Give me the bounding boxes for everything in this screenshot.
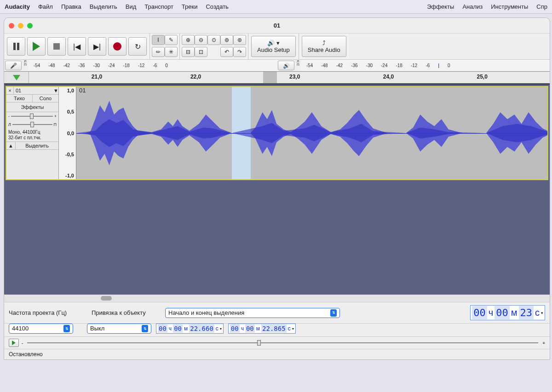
mic-icon: 🎤	[10, 62, 17, 69]
silence-button[interactable]: ⊡	[195, 47, 207, 57]
meter-tick: -12	[138, 63, 144, 68]
audio-setup-label: Audio Setup	[257, 46, 290, 53]
meter-tick: -30	[366, 63, 373, 68]
recording-meter-mic-button[interactable]: 🎤	[5, 61, 22, 70]
solo-button[interactable]: Соло	[33, 95, 58, 102]
menu-tracks[interactable]: Треки	[182, 3, 198, 10]
timeline-head[interactable]	[4, 72, 29, 83]
gain-slider[interactable]: - +	[6, 112, 58, 120]
track-01: × 01 ▼ Тихо Соло Эффекты - + Л	[6, 86, 548, 180]
draw-tool[interactable]: ✏	[152, 47, 165, 57]
vruler-tick: 0,0	[67, 131, 74, 136]
menu-select[interactable]: Выделить	[90, 3, 117, 10]
meter-tick: -24	[108, 63, 115, 68]
share-toolbar: ⤴ Share Audio	[299, 34, 349, 59]
selection-mode-label: Начало и конец выделения	[168, 309, 244, 317]
play-at-speed-button[interactable]	[9, 339, 19, 347]
menu-file[interactable]: Файл	[38, 3, 53, 10]
trim-button[interactable]: ⊟	[182, 47, 195, 57]
multi-tool[interactable]: ✳	[165, 47, 178, 57]
undo-button[interactable]: ↶	[220, 47, 233, 57]
track-name-dropdown[interactable]: 01 ▼	[14, 87, 58, 94]
vertical-ruler[interactable]: 1,0 0,5 0,0 -0,5 -1,0	[59, 87, 76, 179]
horizontal-scrollbar[interactable]	[4, 295, 550, 302]
fit-project-button[interactable]: ⊚	[220, 35, 233, 45]
pause-button[interactable]	[7, 37, 25, 56]
timeline-ruler[interactable]: 21,0 22,0 23,0 24,0 25,0 26,0	[29, 72, 550, 83]
pan-slider[interactable]: Л П	[6, 120, 58, 129]
menu-effects[interactable]: Эффекты	[427, 3, 454, 10]
recording-meter-row: 🎤 ЛП -54 -48 -42 -36 -30 -24 -18 -12 -6 …	[4, 59, 550, 71]
playback-meter[interactable]: -54 -48 -42 -36 -30 -24 -18 -12 -6 | 0	[301, 60, 550, 71]
redo-button[interactable]: ↷	[233, 47, 246, 57]
playback-meter-speaker-button[interactable]: 🔊	[278, 61, 294, 70]
skip-end-button[interactable]: ▶|	[88, 37, 106, 56]
selection-end-timecode[interactable]: 00ч 00м 22.865с▾	[228, 324, 296, 334]
project-rate-label: Частота проекта (Гц)	[9, 309, 87, 316]
track-close-button[interactable]: ×	[6, 87, 14, 94]
clip-title[interactable]: 01	[79, 87, 86, 94]
zoom-out-button[interactable]: ⊖	[195, 35, 207, 45]
menu-edit[interactable]: Правка	[61, 3, 81, 10]
setup-toolbar: 🔊 ▾ Audio Setup	[248, 34, 299, 59]
menu-view[interactable]: Вид	[126, 3, 137, 10]
menu-analyze[interactable]: Анализ	[462, 3, 483, 10]
status-bar: Остановлено	[4, 349, 550, 359]
speaker-icon: 🔊 ▾	[267, 40, 280, 46]
meter-tick: -42	[63, 63, 70, 68]
play-speed-slider[interactable]	[27, 342, 538, 343]
selection-tool[interactable]: I	[152, 35, 165, 45]
track-format-info: Моно, 44100Гц 32-бит с пл.тчк.	[6, 129, 58, 142]
menu-app[interactable]: Audacity	[5, 3, 30, 10]
selection-start-timecode[interactable]: 00ч 00м 22.660с▾	[156, 324, 224, 334]
play-button[interactable]	[27, 37, 46, 56]
menu-transport[interactable]: Транспорт	[144, 3, 173, 10]
tracks-area[interactable]: × 01 ▼ Тихо Соло Эффекты - + Л	[4, 84, 550, 302]
titlebar[interactable]: 01	[4, 18, 550, 34]
meter-tick: -36	[78, 63, 85, 68]
zoom-toggle-button[interactable]: ⊛	[233, 35, 246, 45]
scrollbar-thumb[interactable]	[101, 296, 112, 301]
meter-tick: 0	[448, 63, 450, 68]
project-rate-dropdown[interactable]: 44100 ⇅	[9, 324, 73, 334]
vruler-tick: 1,0	[67, 88, 74, 93]
meter-tick: -54	[34, 63, 40, 68]
loop-button[interactable]: ↻	[128, 37, 147, 56]
window-title: 01	[4, 22, 550, 29]
timeline-tick: 22,0	[190, 74, 201, 80]
zoom-in-button[interactable]: ⊕	[182, 35, 195, 45]
skip-start-button[interactable]: |◀	[68, 37, 86, 56]
timeline[interactable]: 21,0 22,0 23,0 24,0 25,0 26,0	[4, 71, 550, 84]
timeline-tick: 23,0	[289, 74, 300, 80]
snap-dropdown[interactable]: Выкл ⇅	[87, 324, 151, 334]
audio-setup-button[interactable]: 🔊 ▾ Audio Setup	[251, 36, 296, 57]
track-effects-button[interactable]: Эффекты	[6, 102, 58, 112]
record-button[interactable]	[108, 37, 126, 56]
recording-meter[interactable]: -54 -48 -42 -36 -30 -24 -18 -12 -6 0	[28, 60, 277, 71]
toolbar-area: |◀ ▶| ↻ I ✎ ✏ ✳ ⊕ ⊖ ⊙ ⊚ ⊛ ⊟	[4, 34, 550, 59]
meter-tick: -24	[381, 63, 387, 68]
menu-generate[interactable]: Создать	[206, 3, 228, 10]
meter-tick: -42	[336, 63, 343, 68]
share-audio-button[interactable]: ⤴ Share Audio	[302, 36, 346, 57]
meter-tick: -48	[321, 63, 328, 68]
selection-mode-dropdown[interactable]: Начало и конец выделения ⇅	[165, 308, 340, 318]
timeline-cursor[interactable]	[263, 72, 277, 83]
track-control-panel: × 01 ▼ Тихо Соло Эффекты - + Л	[6, 87, 59, 179]
timeline-tick: 24,0	[383, 74, 394, 80]
main-window: 01 |◀ ▶| ↻ I ✎ ✏ ✳ ⊕ ⊖ ⊙	[4, 17, 550, 360]
stop-button[interactable]	[47, 37, 66, 56]
menu-tools[interactable]: Инструменты	[491, 3, 528, 10]
waveform-display[interactable]: 01	[76, 87, 547, 179]
mute-button[interactable]: Тихо	[6, 95, 33, 102]
dropdown-arrow-icon: ⇅	[330, 309, 337, 317]
fit-selection-button[interactable]: ⊙	[207, 35, 220, 45]
menu-help[interactable]: Спр	[536, 3, 547, 10]
share-audio-label: Share Audio	[308, 46, 340, 53]
envelope-tool[interactable]: ✎	[165, 35, 178, 45]
track-select-button[interactable]: Выделить	[16, 142, 58, 149]
edit-toolbar: ⊕ ⊖ ⊙ ⊚ ⊛ ⊟ ⊡ ↶ ↷	[180, 34, 248, 59]
meter-tick: -6	[153, 63, 157, 68]
track-collapse-button[interactable]: ▲	[6, 142, 16, 149]
audio-position-timecode[interactable]: 00ч 00м 23с ▾	[470, 305, 545, 320]
